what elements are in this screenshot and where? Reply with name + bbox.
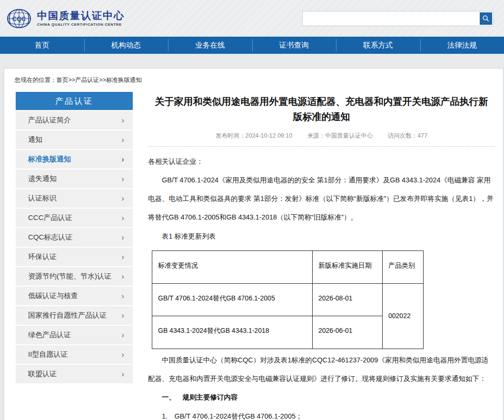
sidebar-item-label: 国家推行自愿性产品认证 (28, 311, 107, 320)
sidebar-item-label: 产品认证简介 (28, 116, 71, 125)
chevron-right-icon: › (121, 194, 124, 202)
cqc-logo[interactable]: CQC 中国质量认证中心 CHINA QUALITY CERTIFICATION… (6, 7, 125, 30)
site-header-strip: CQC 中国质量认证中心 CHINA QUALITY CERTIFICATION… (0, 0, 504, 54)
cell-change-2: GB 4343.1-2024替代GB 4343.1-2018 (152, 316, 313, 349)
sidebar-item-label: II型自愿认证 (28, 350, 68, 359)
search-box (302, 11, 494, 26)
chevron-right-icon: › (121, 311, 124, 320)
header-cell-change: 标准变更情况 (152, 250, 313, 283)
chevron-right-icon: › (121, 136, 124, 144)
sidebar-item-label: 通知 (28, 135, 42, 144)
chevron-right-icon: › (121, 214, 124, 222)
sidebar-item-national-voluntary[interactable]: 国家推行自愿性产品认证 › (16, 306, 133, 325)
standard-update-table: 标准变更情况 新版标准实施日期 产品类别 GB/T 4706.1-2024替代G… (152, 250, 424, 349)
sidebar-item-green-product[interactable]: 绿色产品认证 › (16, 326, 133, 344)
sidebar-item-label: 标准换版通知 (28, 155, 71, 164)
sidebar-item-environment[interactable]: 环保认证 › (16, 248, 133, 266)
breadcrumb-home-link[interactable]: 首页 (57, 77, 69, 83)
sidebar-item-cert-mark[interactable]: 认证标识 › (16, 189, 133, 208)
nav-item-online[interactable]: 业务在线 (168, 37, 252, 54)
logo-title: 中国质量认证中心 (37, 10, 125, 21)
sidebar-item-low-carbon[interactable]: 低碳认证与核查 › (16, 287, 133, 305)
sidebar-item-label: 联盟认证 (28, 370, 57, 379)
salutation: 各相关认证企业： (148, 152, 495, 171)
breadcrumb-separator: >> (99, 77, 106, 83)
sidebar: 产品认证 产品认证简介 › 通知 › 标准换版通知 › 遗失通知 › (16, 92, 133, 383)
cell-change-1: GB/T 4706.1-2024替代GB 4706.1-2005 (152, 283, 313, 316)
chevron-right-icon: › (121, 350, 124, 359)
chevron-right-icon: › (121, 175, 124, 183)
list-item-1: 1. GB/T 4706.1-2024替代GB 4706.1-2005； (148, 407, 495, 420)
sidebar-item-resource-saving[interactable]: 资源节约(节能、节水)认证 › (16, 267, 133, 286)
sidebar-item-type2-voluntary[interactable]: II型自愿认证 › (16, 345, 133, 364)
page-background: 您现在的位置：首页>>产品认证>>标准换版通知 产品认证 产品认证简介 › 通知… (0, 54, 504, 420)
chevron-right-icon: › (121, 272, 124, 280)
cell-date-2: 2026-06-01 (313, 316, 383, 349)
breadcrumb-current-page: 标准换版通知 (106, 77, 142, 83)
breadcrumb-separator: >> (69, 77, 76, 83)
sidebar-item-label: 认证标识 (28, 194, 57, 203)
chevron-right-icon: › (121, 331, 124, 339)
main-nav: 首页 机构动态 业务在线 证书查询 联系方式 法律法规 (0, 37, 504, 54)
sidebar-item-label: CQC标志认证 (28, 233, 72, 242)
revision-paragraph: 中国质量认证中心（简称CQC）对涉及表1标准的CQC12-461237-2009… (148, 351, 495, 388)
svg-text:CQC: CQC (12, 15, 27, 22)
cell-category: 002022 (383, 283, 424, 349)
article-body: 各相关认证企业： GB/T 4706.1-2024《家用及类似用途电器的的安全 … (148, 152, 495, 420)
nav-item-home[interactable]: 首页 (0, 37, 84, 54)
sidebar-title: 产品认证 (16, 92, 133, 110)
sidebar-item-label: 遗失通知 (28, 174, 57, 183)
intro-paragraph: GB/T 4706.1-2024《家用及类似用途电器的的安全 第1部分：通用要求… (148, 171, 495, 227)
article-meta: 发布时间：2024-10-12 09:10 来源：中国质量认证中心 访问次数：4… (148, 132, 495, 147)
article-source: 来源：中国质量认证中心 (307, 132, 373, 139)
nav-item-cert-query[interactable]: 证书查询 (252, 37, 336, 54)
sidebar-item-intro[interactable]: 产品认证简介 › (16, 111, 133, 130)
search-icon (482, 15, 490, 22)
publish-time: 发布时间：2024-10-12 09:10 (216, 132, 292, 139)
sidebar-item-loss-notice[interactable]: 遗失通知 › (16, 170, 133, 188)
site-header: CQC 中国质量认证中心 CHINA QUALITY CERTIFICATION… (0, 0, 504, 37)
chevron-right-icon: › (121, 116, 124, 124)
header-cell-date: 新版标准实施日期 (313, 250, 383, 283)
chevron-right-icon: › (121, 292, 124, 300)
sidebar-item-label: 资源节约(节能、节水)认证 (28, 272, 111, 281)
breadcrumb-label: 您现在的位置： (15, 77, 57, 83)
sidebar-item-label: 低碳认证与核查 (28, 291, 78, 300)
sidebar-item-label: 环保认证 (28, 252, 57, 261)
sidebar-item-standard-update-notice[interactable]: 标准换版通知 › (16, 150, 133, 169)
article-title: 关于家用和类似用途电器用外置电源适配器、充电器和内置开关电源产品执行新版标准的通… (155, 94, 488, 124)
chevron-right-icon: › (121, 233, 124, 241)
table-caption: 表1 标准更新列表 (148, 227, 495, 246)
breadcrumb: 您现在的位置：首页>>产品认证>>标准换版通知 (4, 75, 503, 84)
breadcrumb-category-link[interactable]: 产品认证 (75, 77, 99, 83)
sidebar-item-ccc[interactable]: CCC产品认证 › (16, 209, 133, 227)
sidebar-item-label: CCC产品认证 (28, 213, 72, 222)
header-cell-category: 产品类别 (383, 250, 424, 283)
sidebar-item-notice[interactable]: 通知 › (16, 130, 133, 149)
logo-text: 中国质量认证中心 CHINA QUALITY CERTIFICATION CEN… (37, 10, 125, 27)
nav-item-contact[interactable]: 联系方式 (336, 37, 420, 54)
content-panel: 您现在的位置：首页>>产品认证>>标准换版通知 产品认证 产品认证简介 › 通知… (4, 68, 504, 420)
sidebar-item-label: 绿色产品认证 (28, 330, 71, 340)
table-header-row: 标准变更情况 新版标准实施日期 产品类别 (152, 250, 424, 283)
sidebar-item-cqc-mark[interactable]: CQC标志认证 › (16, 228, 133, 247)
search-button[interactable] (480, 12, 492, 25)
nav-item-laws[interactable]: 法律法规 (420, 37, 504, 54)
article: 关于家用和类似用途电器用外置电源适配器、充电器和内置开关电源产品执行新版标准的通… (148, 92, 495, 420)
section-heading-1: 一、 规则主要修订内容 (148, 388, 495, 407)
chevron-right-icon: › (121, 370, 124, 378)
sidebar-item-alliance[interactable]: 联盟认证 › (16, 365, 133, 383)
table-row: GB/T 4706.1-2024替代GB 4706.1-2005 2026-08… (152, 283, 424, 316)
visit-count: 访问次数：477 (388, 132, 427, 139)
cell-date-1: 2026-08-01 (313, 283, 383, 316)
cqc-globe-icon: CQC (6, 7, 32, 30)
logo-subtitle: CHINA QUALITY CERTIFICATION CENTRE (37, 22, 125, 27)
chevron-right-icon: › (121, 155, 124, 163)
search-input[interactable] (302, 11, 494, 26)
chevron-right-icon: › (121, 253, 124, 261)
nav-item-news[interactable]: 机构动态 (84, 37, 168, 54)
